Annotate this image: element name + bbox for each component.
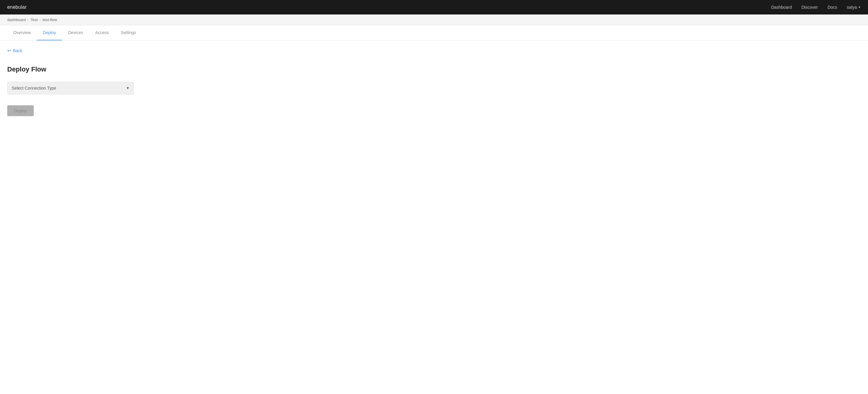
breadcrumb-dashboard[interactable]: dashboard	[7, 18, 26, 22]
nav-docs[interactable]: Docs	[828, 5, 837, 10]
breadcrumb-sep-2: ›	[39, 18, 41, 22]
nav-user[interactable]: satya	[847, 5, 861, 10]
navbar-links: Dashboard Discover Docs satya	[771, 5, 861, 10]
back-icon: ↩	[7, 48, 11, 53]
deploy-button[interactable]: Deploy	[7, 105, 34, 116]
tab-navigation: Overview Deploy Devices Access Settings	[0, 25, 868, 40]
tab-devices[interactable]: Devices	[62, 25, 89, 40]
navbar: enebular Dashboard Discover Docs satya	[0, 0, 868, 15]
back-button[interactable]: ↩ Back	[7, 48, 22, 53]
breadcrumb-test-flow: test-flow	[42, 18, 57, 22]
connection-type-select[interactable]: Select Connection Type	[7, 82, 134, 94]
connection-select-wrapper: Select Connection Type ▼	[7, 82, 134, 94]
back-label: Back	[13, 48, 22, 53]
tab-deploy[interactable]: Deploy	[37, 25, 62, 40]
nav-dashboard[interactable]: Dashboard	[771, 5, 792, 10]
nav-discover[interactable]: Discover	[801, 5, 818, 10]
breadcrumb-sep-1: ›	[27, 18, 29, 22]
breadcrumb-test[interactable]: Test	[30, 18, 38, 22]
tab-overview[interactable]: Overview	[7, 25, 37, 40]
tab-access[interactable]: Access	[89, 25, 115, 40]
page-title: Deploy Flow	[7, 65, 354, 73]
tab-settings[interactable]: Settings	[115, 25, 142, 40]
brand-logo: enebular	[7, 4, 27, 10]
main-content: ↩ Back Deploy Flow Select Connection Typ…	[0, 40, 362, 123]
breadcrumb: dashboard › Test › test-flow	[0, 15, 868, 25]
